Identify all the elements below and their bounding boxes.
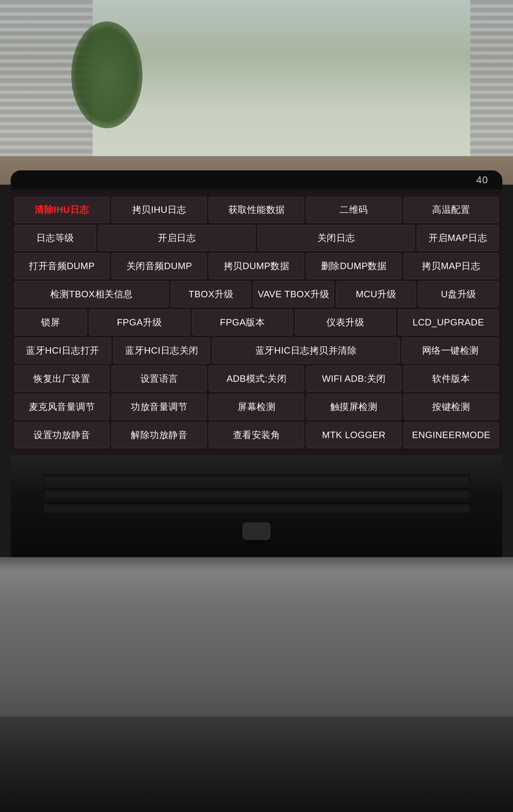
status-bar: 40 [476,174,488,186]
button-row-1: 清除IHU日志 拷贝IHU日志 获取性能数据 二维码 高温配置 [14,197,499,223]
car-body-lower [0,557,513,716]
btn-amp-volume[interactable]: 功放音量调节 [112,394,207,420]
btn-cancel-amp-mute[interactable]: 解除功放静音 [112,422,207,448]
btn-high-temp-config[interactable]: 高温配置 [404,197,499,223]
btn-engineer-mode[interactable]: ENGINEERMODE [404,422,499,448]
button-row-6: 蓝牙HCI日志打开 蓝牙HCI日志关闭 蓝牙HIC日志拷贝并清除 网络一键检测 [14,338,499,364]
vent-strip-3 [43,503,470,513]
btn-clear-ihu-log[interactable]: 清除IHU日志 [14,197,109,223]
btn-usb-upgrade[interactable]: U盘升级 [418,281,499,307]
screen-top-bar: 40 [11,170,502,190]
btn-touch-test[interactable]: 触摸屏检测 [306,394,401,420]
vent-strip-2 [43,489,470,499]
btn-fpga-upgrade[interactable]: FPGA升级 [89,309,190,335]
btn-copy-ihu-log[interactable]: 拷贝IHU日志 [112,197,207,223]
btn-mic-volume[interactable]: 麦克风音量调节 [14,394,109,420]
btn-adb-mode-off[interactable]: ADB模式:关闭 [209,366,304,392]
btn-mcu-upgrade[interactable]: MCU升级 [336,281,416,307]
btn-fpga-version[interactable]: FPGA版本 [192,309,293,335]
btn-lock-screen[interactable]: 锁屏 [14,309,87,335]
btn-bt-hci-log-close[interactable]: 蓝牙HCI日志关闭 [113,338,210,364]
button-row-4: 检测TBOX相关信息 TBOX升级 VAVE TBOX升级 MCU升级 U盘升级 [14,281,499,307]
btn-instrument-upgrade[interactable]: 仪表升级 [295,309,396,335]
btn-screen-test[interactable]: 屏幕检测 [209,394,304,420]
btn-qr-code[interactable]: 二维码 [306,197,401,223]
button-row-8: 麦克风音量调节 功放音量调节 屏幕检测 触摸屏检测 按键检测 [14,394,499,420]
button-row-7: 恢复出厂设置 设置语言 ADB模式:关闭 WIFI ADB:关闭 软件版本 [14,366,499,392]
btn-mtk-logger[interactable]: MTK LOGGER [306,422,401,448]
button-row-9: 设置功放静音 解除功放静音 查看安装角 MTK LOGGER ENGINEERM… [14,422,499,448]
btn-set-amp-mute[interactable]: 设置功放静音 [14,422,109,448]
btn-lcd-upgrade[interactable]: LCD_UPGRADE [398,309,499,335]
photo-background [0,0,513,185]
btn-enable-map-log[interactable]: 开启MAP日志 [417,225,499,251]
btn-enable-log[interactable]: 开启日志 [98,225,255,251]
button-row-2: 日志等级 开启日志 关闭日志 开启MAP日志 [14,225,499,251]
vent-handle [242,522,271,540]
btn-key-test[interactable]: 按键检测 [404,394,499,420]
btn-software-version[interactable]: 软件版本 [404,366,499,392]
screen-content: 清除IHU日志 拷贝IHU日志 获取性能数据 二维码 高温配置 日志等级 开启日… [11,190,502,455]
button-row-5: 锁屏 FPGA升级 FPGA版本 仪表升级 LCD_UPGRADE [14,309,499,335]
btn-tbox-upgrade[interactable]: TBOX升级 [171,281,251,307]
btn-network-check[interactable]: 网络一键检测 [402,338,499,364]
btn-wifi-adb-off[interactable]: WIFI ADB:关闭 [306,366,401,392]
btn-view-install-angle[interactable]: 查看安装角 [209,422,304,448]
btn-copy-map-log[interactable]: 拷贝MAP日志 [404,253,499,279]
btn-copy-dump-data[interactable]: 拷贝DUMP数据 [209,253,304,279]
btn-factory-reset[interactable]: 恢复出厂设置 [14,366,109,392]
tree-decoration [71,21,142,128]
btn-close-audio-dump[interactable]: 关闭音频DUMP [112,253,207,279]
screen-bezel: 40 清除IHU日志 拷贝IHU日志 获取性能数据 二维码 高温配置 日志等级 … [11,170,502,455]
btn-log-level[interactable]: 日志等级 [14,225,96,251]
vent-area [11,455,502,557]
btn-bt-hic-log-copy-clear[interactable]: 蓝牙HIC日志拷贝并清除 [212,338,400,364]
btn-vave-tbox-upgrade[interactable]: VAVE TBOX升级 [253,281,334,307]
floor-dark [0,716,513,812]
btn-set-language[interactable]: 设置语言 [112,366,207,392]
btn-open-audio-dump[interactable]: 打开音频DUMP [14,253,109,279]
btn-bt-hci-log-open[interactable]: 蓝牙HCI日志打开 [14,338,111,364]
button-row-3: 打开音频DUMP 关闭音频DUMP 拷贝DUMP数据 删除DUMP数据 拷贝MA… [14,253,499,279]
btn-detect-tbox[interactable]: 检测TBOX相关信息 [14,281,169,307]
vent-strip-1 [43,474,470,484]
btn-get-perf-data[interactable]: 获取性能数据 [209,197,304,223]
btn-disable-log[interactable]: 关闭日志 [258,225,415,251]
btn-delete-dump-data[interactable]: 删除DUMP数据 [306,253,401,279]
